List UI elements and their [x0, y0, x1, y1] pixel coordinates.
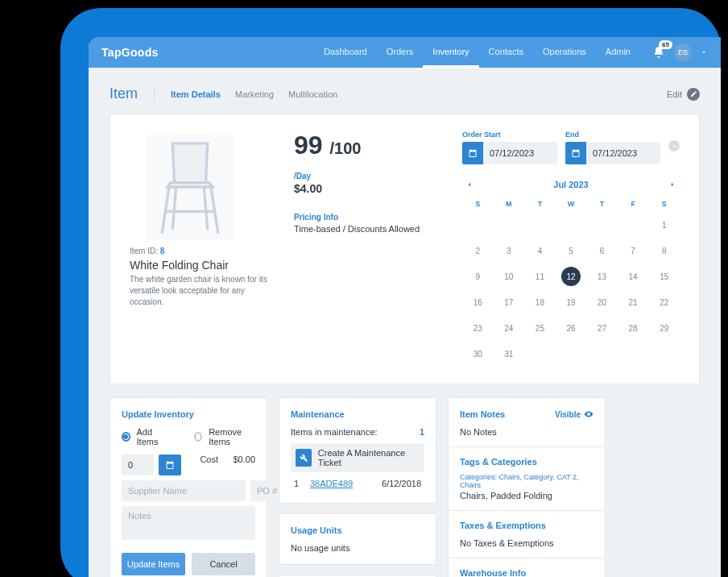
calendar-day[interactable]: 22 — [648, 293, 680, 311]
tags-title: Tags & Categories — [460, 457, 594, 467]
item-image — [130, 131, 250, 243]
calendar-day[interactable]: 28 — [618, 319, 649, 337]
tab-item-details[interactable]: Item Details — [171, 89, 221, 99]
order-end-value: 07/12/2023 — [586, 148, 637, 158]
eye-icon — [584, 409, 594, 419]
user-avatar[interactable]: ES — [674, 44, 692, 61]
close-icon — [672, 143, 677, 149]
remove-items-label: Remove Items — [209, 427, 255, 446]
calendar-day[interactable]: 8 — [648, 242, 680, 259]
calendar-day[interactable]: 2 — [462, 242, 494, 259]
create-maintenance-button[interactable]: Create A Maintenance Ticket — [291, 443, 424, 472]
item-id: Item ID: 8 — [130, 247, 275, 255]
calendar-day[interactable]: 9 — [462, 268, 494, 285]
item-hero-card: Item ID: 8 White Folding Chair The white… — [110, 114, 700, 384]
notifications-button[interactable]: 65 — [651, 45, 666, 60]
calendar-day[interactable]: 25 — [524, 319, 556, 337]
order-start-value: 07/12/2023 — [483, 148, 534, 158]
maintenance-ticket-link[interactable]: 38ADE489 — [310, 479, 353, 488]
calendar-day[interactable]: 6 — [586, 242, 618, 259]
calendar-day[interactable]: 23 — [462, 319, 494, 337]
calendar-day[interactable]: 19 — [556, 293, 587, 311]
calendar-day[interactable]: 15 — [648, 268, 680, 285]
tags-value: Chairs, Padded Folding — [460, 491, 594, 500]
add-items-label: Add Items — [137, 427, 169, 446]
calendar-day[interactable]: 26 — [556, 319, 587, 337]
calendar-dow: T — [586, 200, 618, 208]
taxes-title: Taxes & Exemptions — [460, 521, 594, 530]
user-menu-chevron-icon[interactable] — [700, 48, 708, 56]
edit-button[interactable]: Edit — [667, 88, 700, 101]
add-items-radio[interactable] — [122, 432, 130, 442]
page-subnav: Item DetailsMarketingMultilocation — [171, 89, 337, 99]
calendar: Jul 2023 SMTWTFS123456789101112131415161… — [462, 177, 680, 363]
calendar-day[interactable]: 12 — [561, 267, 581, 286]
calendar-dow: W — [556, 200, 587, 208]
tab-multilocation[interactable]: Multilocation — [288, 89, 337, 99]
calendar-day[interactable]: 21 — [618, 293, 649, 311]
nav-admin[interactable]: Admin — [596, 37, 640, 68]
pricing-info-label: Pricing Info — [294, 213, 443, 222]
calendar-icon — [565, 142, 586, 164]
maintenance-row-num: 1 — [294, 479, 310, 488]
calendar-day[interactable]: 11 — [524, 268, 556, 285]
calendar-day[interactable]: 31 — [494, 345, 525, 363]
usage-units-value: No usage units — [291, 543, 424, 553]
update-inventory-title: Update Inventory — [122, 409, 255, 419]
calendar-day[interactable]: 1 — [648, 216, 680, 234]
calendar-prev-button[interactable] — [462, 177, 477, 192]
create-maintenance-label: Create A Maintenance Ticket — [318, 448, 420, 467]
calendar-day[interactable]: 3 — [494, 242, 525, 259]
calendar-day[interactable]: 30 — [462, 345, 494, 363]
warehouse-title: Warehouse Info — [460, 568, 594, 577]
calendar-month: Jul 2023 — [553, 180, 588, 189]
nav-inventory[interactable]: Inventory — [423, 37, 478, 68]
cost-value: $0.00 — [223, 455, 255, 475]
stock-count: 99 /100 — [294, 131, 443, 160]
calendar-day[interactable]: 7 — [618, 242, 649, 259]
categories-list: Categories: Chairs, Category, CAT 2, Cha… — [460, 473, 594, 489]
calendar-next-button[interactable] — [665, 177, 680, 192]
maintenance-row-date: 6/12/2018 — [382, 479, 421, 488]
nav-dashboard[interactable]: Dashboard — [314, 37, 377, 68]
calendar-day[interactable]: 20 — [586, 293, 618, 311]
calendar-dow: S — [462, 200, 494, 208]
item-price: $4.00 — [294, 182, 443, 195]
calendar-day[interactable]: 17 — [494, 293, 525, 311]
calendar-day[interactable]: 18 — [524, 293, 556, 311]
divider — [154, 87, 155, 102]
order-end-input[interactable]: 07/12/2023 — [565, 142, 660, 164]
rate-period: /Day — [294, 172, 443, 181]
visible-label: Visible — [555, 410, 581, 419]
clear-dates-button[interactable] — [668, 140, 680, 152]
calendar-day[interactable]: 10 — [494, 268, 525, 285]
edit-label: Edit — [667, 89, 682, 99]
date-picker-button[interactable] — [159, 455, 181, 475]
nav-orders[interactable]: Orders — [377, 37, 424, 68]
maintenance-row: 1 38ADE489 6/12/2018 — [291, 472, 424, 492]
notes-input[interactable] — [122, 506, 255, 540]
nav-operations[interactable]: Operations — [533, 37, 596, 68]
order-start-input[interactable]: 07/12/2023 — [462, 142, 557, 164]
calendar-day[interactable]: 14 — [618, 268, 649, 285]
item-notes-title: Item Notes — [460, 409, 505, 419]
calendar-day[interactable]: 5 — [556, 242, 587, 259]
supplier-input[interactable] — [122, 480, 246, 501]
remove-items-radio[interactable] — [194, 432, 203, 442]
calendar-day[interactable]: 4 — [524, 242, 556, 259]
update-items-button[interactable]: Update Items — [122, 553, 185, 575]
tab-marketing[interactable]: Marketing — [235, 89, 274, 99]
calendar-day[interactable]: 16 — [462, 293, 494, 311]
maintenance-items-label: Items in maintenance: — [291, 427, 378, 437]
calendar-day[interactable]: 24 — [494, 319, 525, 337]
quantity-input[interactable] — [122, 455, 154, 475]
calendar-dow: S — [648, 200, 680, 208]
notes-visibility-toggle[interactable]: Visible — [555, 409, 594, 419]
calendar-day[interactable]: 13 — [586, 268, 618, 285]
calendar-day[interactable]: 27 — [586, 319, 618, 337]
calendar-day[interactable]: 29 — [648, 319, 680, 337]
nav-contacts[interactable]: Contacts — [479, 37, 533, 68]
brand-logo: TapGoods — [101, 46, 159, 59]
cancel-button[interactable]: Cancel — [192, 553, 255, 575]
item-name: White Folding Chair — [130, 259, 275, 272]
